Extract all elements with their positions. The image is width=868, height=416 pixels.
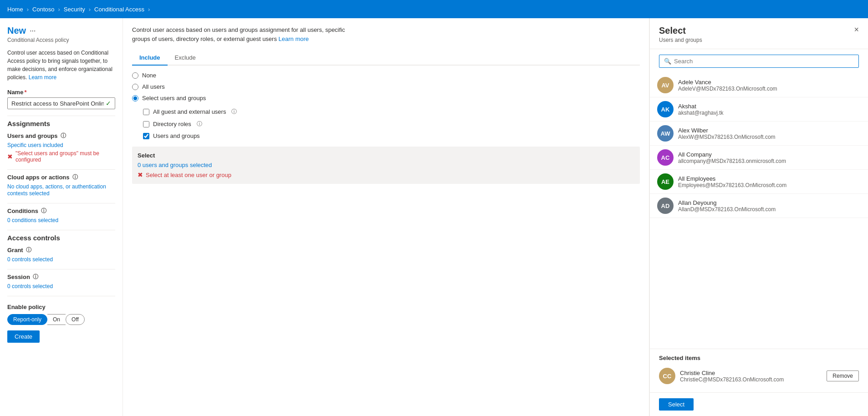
user-email: AdeleV@MSDx782163.OnMicrosoft.com	[678, 86, 777, 92]
cb-directory[interactable]: Directory roles ⓘ	[143, 120, 640, 128]
breadcrumb-sep2: ›	[58, 6, 60, 13]
cb-guest-label: All guest and external users	[153, 108, 226, 115]
conditions-value: 0 conditions selected	[7, 217, 58, 223]
section-divider-3	[7, 203, 115, 203]
selected-item-row: CCChristie ClineChristieC@MSDx782163.OnM…	[659, 365, 859, 387]
user-list-item[interactable]: AEAll EmployeesEmployees@MSDx782163.OnMi…	[650, 170, 868, 194]
breadcrumb-contoso[interactable]: Contoso	[32, 6, 54, 13]
flyout-footer: Select	[650, 392, 868, 416]
search-input[interactable]	[674, 58, 854, 65]
user-list-item[interactable]: ADAllan DeyoungAllanD@MSDx782163.OnMicro…	[650, 194, 868, 218]
session-label: Session	[7, 274, 30, 280]
cb-directory-info-icon[interactable]: ⓘ	[197, 120, 202, 128]
select-error-icon: ✖	[138, 171, 143, 178]
breadcrumb: Home › Contoso › Security › Conditional …	[0, 0, 868, 18]
search-box[interactable]: 🔍	[659, 55, 859, 68]
conditions-label: Conditions	[7, 208, 38, 214]
breadcrumb-conditional-access[interactable]: Conditional Access	[94, 6, 144, 13]
radio-none-input[interactable]	[132, 72, 138, 79]
flyout-close-button[interactable]: ×	[854, 25, 859, 34]
selected-items-container: CCChristie ClineChristieC@MSDx782163.OnM…	[659, 365, 859, 387]
cloud-apps-value: No cloud apps, actions, or authenticatio…	[7, 183, 106, 197]
user-name: Alex Wilber	[678, 127, 776, 134]
name-input[interactable]	[11, 100, 104, 107]
selected-items-section: Selected items CCChristie ClineChristieC…	[650, 349, 868, 392]
check-icon: ✓	[106, 100, 111, 107]
middle-panel: Control user access based on users and g…	[123, 18, 649, 416]
user-list-item[interactable]: AWAlex WilberAlexW@MSDx782163.OnMicrosof…	[650, 122, 868, 146]
user-email: allcompany@MSDx782163.onmicrosoft.com	[678, 158, 786, 164]
breadcrumb-security[interactable]: Security	[64, 6, 85, 13]
tab-exclude[interactable]: Exclude	[168, 51, 203, 66]
cb-guest-input[interactable]	[143, 109, 149, 115]
cb-users-groups-input[interactable]	[143, 133, 149, 139]
cb-guest-info-icon[interactable]: ⓘ	[231, 108, 237, 116]
radio-all[interactable]: All users	[132, 83, 640, 90]
breadcrumb-home[interactable]: Home	[7, 6, 23, 13]
user-list-item[interactable]: ACAll Companyallcompany@MSDx782163.onmic…	[650, 146, 868, 170]
more-options-icon[interactable]: ···	[30, 27, 36, 35]
remove-button[interactable]: Remove	[827, 370, 859, 381]
error-circle-icon: ✖	[7, 153, 13, 160]
session-value: 0 controls selected	[7, 283, 53, 289]
cb-users-groups-label: Users and groups	[153, 132, 200, 139]
toggle-group[interactable]: Report-only On Off	[7, 314, 115, 325]
checkbox-group: All guest and external users ⓘ Directory…	[143, 108, 640, 139]
select-section: Select 0 users and groups selected ✖ Sel…	[132, 147, 640, 184]
section-divider-5	[7, 269, 115, 269]
user-name: Akshat	[678, 103, 724, 110]
radio-select-label: Select users and groups	[142, 95, 206, 101]
create-button[interactable]: Create	[7, 330, 40, 343]
selected-items-label: Selected items	[659, 355, 859, 361]
grant-info-icon[interactable]: ⓘ	[26, 246, 31, 254]
specific-users-link[interactable]: Specific users included	[7, 142, 63, 148]
middle-description: Control user access based on users and g…	[132, 25, 360, 43]
select-users-link[interactable]: 0 users and groups selected	[138, 162, 212, 168]
grant-label: Grant	[7, 247, 23, 254]
conditions-section: Conditions ⓘ 0 conditions selected	[7, 207, 115, 223]
cb-guest[interactable]: All guest and external users ⓘ	[143, 108, 640, 116]
radio-select[interactable]: Select users and groups	[132, 95, 640, 101]
cloud-apps-section: Cloud apps or actions ⓘ No cloud apps, a…	[7, 173, 115, 197]
grant-value: 0 controls selected	[7, 256, 53, 263]
toggle-off[interactable]: Off	[66, 314, 85, 325]
toggle-report-only[interactable]: Report-only	[7, 314, 47, 325]
cb-directory-label: Directory roles	[153, 121, 191, 127]
users-groups-label: Users and groups	[7, 132, 58, 139]
enable-policy-label: Enable policy	[7, 304, 115, 310]
user-list: AVAdele VanceAdeleV@MSDx782163.OnMicroso…	[650, 73, 868, 349]
name-input-wrap[interactable]: ✓	[7, 97, 115, 109]
tab-include[interactable]: Include	[132, 51, 168, 66]
conditions-info-icon[interactable]: ⓘ	[41, 207, 46, 215]
radio-select-input[interactable]	[132, 95, 138, 101]
access-controls-title: Access controls	[7, 234, 115, 242]
users-groups-error-row: ✖ "Select users and groups" must be conf…	[7, 150, 115, 163]
section-divider-6	[7, 296, 115, 296]
left-description: Control user access based on Conditional…	[7, 49, 115, 81]
breadcrumb-sep4: ›	[148, 6, 150, 13]
user-email: akshat@raghavj.tk	[678, 110, 724, 116]
radio-all-label: All users	[142, 83, 165, 90]
session-info-icon[interactable]: ⓘ	[33, 273, 38, 281]
learn-more-link[interactable]: Learn more	[29, 74, 56, 81]
cb-directory-input[interactable]	[143, 121, 149, 127]
radio-none[interactable]: None	[132, 72, 640, 79]
user-list-item[interactable]: AVAdele VanceAdeleV@MSDx782163.OnMicroso…	[650, 73, 868, 97]
breadcrumb-sep3: ›	[89, 6, 91, 13]
users-groups-info-icon[interactable]: ⓘ	[61, 132, 66, 140]
select-button[interactable]: Select	[659, 398, 694, 411]
middle-learn-more[interactable]: Learn more	[279, 36, 309, 42]
user-name: All Company	[678, 151, 786, 158]
radio-all-input[interactable]	[132, 84, 138, 90]
toggle-on[interactable]: On	[47, 314, 66, 325]
grant-section: Grant ⓘ 0 controls selected	[7, 246, 115, 263]
radio-group: None All users Select users and groups	[132, 72, 640, 101]
cloud-apps-label: Cloud apps or actions	[7, 174, 70, 181]
cb-users-groups[interactable]: Users and groups	[143, 132, 640, 139]
cloud-apps-info-icon[interactable]: ⓘ	[72, 173, 78, 181]
search-icon: 🔍	[664, 58, 671, 65]
user-list-item[interactable]: AKAkshatakshat@raghavj.tk	[650, 97, 868, 122]
user-name: Adele Vance	[678, 79, 777, 86]
users-groups-error-text: "Select users and groups" must be config…	[15, 150, 115, 163]
flyout-subtitle: Users and groups	[659, 37, 702, 43]
